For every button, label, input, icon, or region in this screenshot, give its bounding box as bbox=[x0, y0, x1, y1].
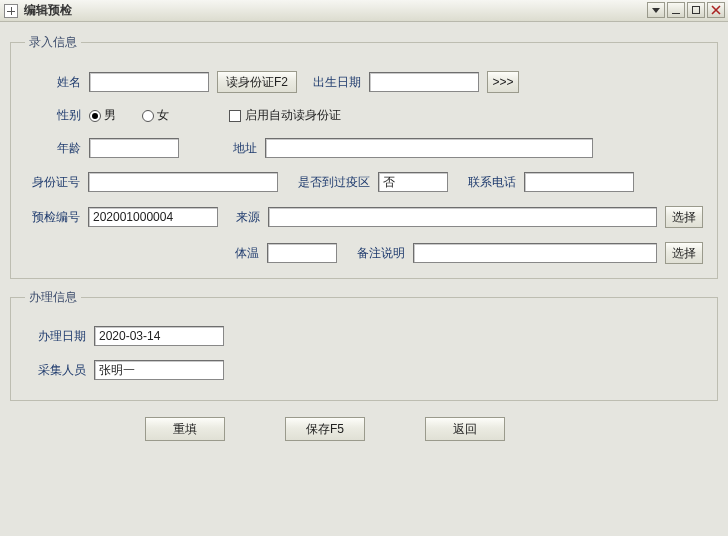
source-input[interactable] bbox=[268, 207, 657, 227]
idnum-input[interactable] bbox=[88, 172, 278, 192]
idnum-label: 身份证号 bbox=[25, 174, 80, 191]
process-date-input[interactable] bbox=[94, 326, 224, 346]
age-label: 年龄 bbox=[51, 140, 81, 157]
window-controls bbox=[647, 2, 725, 18]
name-input[interactable] bbox=[89, 72, 209, 92]
address-input[interactable] bbox=[265, 138, 593, 158]
phone-label: 联系电话 bbox=[456, 174, 516, 191]
entry-group: 录入信息 姓名 读身份证F2 出生日期 >>> 性别 男 女 bbox=[10, 34, 718, 279]
phone-input[interactable] bbox=[524, 172, 634, 192]
app-icon bbox=[4, 4, 18, 18]
entry-legend: 录入信息 bbox=[25, 34, 81, 51]
auto-read-checkbox[interactable]: 启用自动读身份证 bbox=[229, 107, 341, 124]
window-title: 编辑预检 bbox=[24, 2, 72, 19]
remark-select-button[interactable]: 选择 bbox=[665, 242, 703, 264]
process-legend: 办理信息 bbox=[25, 289, 81, 306]
birth-more-button[interactable]: >>> bbox=[487, 71, 519, 93]
footer-buttons: 重填 保存F5 返回 bbox=[10, 411, 718, 455]
collector-label: 采集人员 bbox=[31, 362, 86, 379]
gender-female-radio[interactable]: 女 bbox=[142, 107, 169, 124]
read-id-button[interactable]: 读身份证F2 bbox=[217, 71, 297, 93]
back-button[interactable]: 返回 bbox=[425, 417, 505, 441]
checkbox-icon bbox=[229, 110, 241, 122]
dropdown-icon[interactable] bbox=[647, 2, 665, 18]
gender-female-text: 女 bbox=[157, 107, 169, 124]
process-group: 办理信息 办理日期 采集人员 bbox=[10, 289, 718, 401]
birth-label: 出生日期 bbox=[305, 74, 361, 91]
titlebar: 编辑预检 bbox=[0, 0, 728, 22]
source-select-button[interactable]: 选择 bbox=[665, 206, 703, 228]
gender-label: 性别 bbox=[41, 107, 81, 124]
remark-input[interactable] bbox=[413, 243, 657, 263]
address-label: 地址 bbox=[227, 140, 257, 157]
close-button[interactable] bbox=[707, 2, 725, 18]
age-input[interactable] bbox=[89, 138, 179, 158]
gender-male-radio[interactable]: 男 bbox=[89, 107, 116, 124]
radio-icon bbox=[89, 110, 101, 122]
birth-input[interactable] bbox=[369, 72, 479, 92]
minimize-button[interactable] bbox=[667, 2, 685, 18]
save-button[interactable]: 保存F5 bbox=[285, 417, 365, 441]
collector-input[interactable] bbox=[94, 360, 224, 380]
process-date-label: 办理日期 bbox=[31, 328, 86, 345]
temperature-input[interactable] bbox=[267, 243, 337, 263]
gender-male-text: 男 bbox=[104, 107, 116, 124]
reset-button[interactable]: 重填 bbox=[145, 417, 225, 441]
maximize-button[interactable] bbox=[687, 2, 705, 18]
name-label: 姓名 bbox=[41, 74, 81, 91]
client-area: 录入信息 姓名 读身份证F2 出生日期 >>> 性别 男 女 bbox=[0, 22, 728, 536]
precheck-input[interactable] bbox=[88, 207, 218, 227]
remark-label: 备注说明 bbox=[345, 245, 405, 262]
auto-read-label: 启用自动读身份证 bbox=[245, 107, 341, 124]
app-window: 编辑预检 录入信息 姓名 读身份证F2 出生日期 >>> bbox=[0, 0, 728, 536]
radio-icon bbox=[142, 110, 154, 122]
source-label: 来源 bbox=[226, 209, 260, 226]
temperature-label: 体温 bbox=[225, 245, 259, 262]
epidemic-label: 是否到过疫区 bbox=[286, 174, 370, 191]
epidemic-input[interactable] bbox=[378, 172, 448, 192]
precheck-label: 预检编号 bbox=[25, 209, 80, 226]
